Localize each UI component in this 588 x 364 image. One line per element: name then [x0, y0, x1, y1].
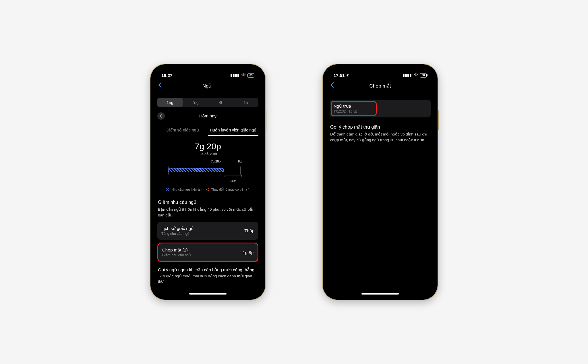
page-title: Chợp mắt: [370, 83, 391, 89]
status-bar: 17:51 ▮▮▮▮ 60: [326, 67, 435, 80]
chart-current-label: 7g 20p: [211, 160, 221, 163]
legend-hatch-icon: [166, 188, 169, 191]
nav-bar: Chợp mắt: [326, 80, 435, 93]
signal-icon: ▮▮▮▮: [403, 73, 412, 78]
screen-nap: 17:51 ▮▮▮▮ 60 Chợp mắt: [326, 67, 435, 297]
more-button[interactable]: ⋮: [252, 82, 258, 89]
time-range-segments: 1ng 7ng 4t 1n: [157, 98, 258, 107]
section-body-reduce: Bạn cần ngủ ít hơn khoảng 40 phút so với…: [156, 207, 260, 222]
status-indicators: ▮▮▮▮ 60: [403, 73, 427, 78]
suggested-label: Đã đề xuất: [156, 152, 260, 156]
nav-bar: Ngủ ⋮: [153, 80, 262, 93]
phone-right: 17:51 ▮▮▮▮ 60 Chợp mắt: [323, 64, 438, 300]
phone-left: 16:27 ▮▮▮▮ 63 Ngủ ⋮ 1ng: [150, 64, 265, 300]
section-title-reduce: Giảm nhu cầu ngủ: [156, 197, 260, 207]
battery-icon: 63: [247, 73, 254, 78]
chart-delta-label: -40p: [230, 179, 236, 183]
home-indicator[interactable]: [361, 293, 399, 295]
status-time: 16:27: [161, 73, 172, 78]
suggested-sleep: 7g 20p Đã đề xuất: [156, 142, 260, 156]
nap-title: Ngủ trưa: [334, 104, 427, 109]
day-selector: Hôm nay: [157, 111, 258, 123]
back-button[interactable]: [330, 82, 334, 90]
card-title: Lịch sử giấc ngủ: [161, 226, 194, 231]
card-value: 1g 8p: [243, 250, 254, 255]
segment-7day[interactable]: 7ng: [183, 98, 208, 107]
status-time: 17:51: [334, 73, 345, 78]
sleep-tabs: Điểm số giấc ngủ Huấn luyện viên giấc ng…: [156, 124, 260, 136]
nap-entry[interactable]: Ngủ trưa @12:32 · 1g 8p: [330, 100, 431, 117]
location-icon: [346, 73, 349, 78]
segment-1day[interactable]: 1ng: [157, 98, 183, 107]
home-indicator[interactable]: [189, 293, 227, 295]
previous-day-button[interactable]: [157, 112, 165, 120]
card-subtitle: Giảm nhu cầu ngủ: [162, 253, 191, 257]
wifi-icon: [413, 73, 418, 78]
tip-body: Tạo giấc ngủ thoải mái hơn bằng cách dàn…: [156, 274, 260, 284]
chart-current-bar: [168, 168, 224, 172]
card-nap[interactable]: Chợp mắt (1) Giảm nhu cầu ngủ 1g 8p: [157, 243, 258, 262]
card-sleep-history[interactable]: Lịch sử giấc ngủ Tăng nhu cầu ngủ Thấp: [157, 222, 258, 240]
segment-4week[interactable]: 4t: [208, 98, 233, 107]
status-bar: 16:27 ▮▮▮▮ 63: [153, 67, 262, 80]
nap-tip-title: Gợi ý chợp mắt thư giãn: [328, 121, 432, 131]
card-title: Chợp mắt (1): [162, 247, 191, 253]
segment-1year[interactable]: 1n: [233, 98, 258, 107]
nap-subtitle: @12:32 · 1g 8p: [334, 109, 427, 113]
sleep-need-chart: 7g 20p 8g -40p: [168, 164, 248, 184]
tab-sleep-coach[interactable]: Huấn luyện viên giấc ngủ: [208, 128, 258, 136]
tab-sleep-score[interactable]: Điểm số giấc ngủ: [157, 128, 208, 136]
signal-icon: ▮▮▮▮: [230, 73, 239, 78]
status-indicators: ▮▮▮▮ 63: [230, 73, 254, 78]
tip-title: Gợi ý ngủ ngon khi cần cân bằng mức căng…: [156, 265, 260, 274]
legend-change: Thay đổi từ mức cơ bản (-): [211, 188, 249, 191]
wifi-icon: [241, 73, 246, 78]
page-title: Ngủ: [202, 83, 212, 89]
screen-sleep: 16:27 ▮▮▮▮ 63 Ngủ ⋮ 1ng: [153, 67, 262, 297]
day-label: Hôm nay: [199, 113, 216, 118]
legend-circle-icon: [206, 188, 209, 191]
chart-legend: Nhu cầu ngủ hiện tại Thay đổi từ mức cơ …: [156, 188, 260, 191]
chart-delta-pill: [225, 175, 242, 177]
back-button[interactable]: [158, 82, 162, 90]
card-subtitle: Tăng nhu cầu ngủ: [161, 232, 194, 236]
nap-tip-body: Để tránh cảm giác lờ đờ, mệt mỏi hoặc vô…: [328, 131, 432, 147]
chart-target-label: 8g: [238, 160, 241, 163]
legend-current: Nhu cầu ngủ hiện tại: [171, 188, 201, 191]
battery-icon: 60: [420, 73, 427, 78]
card-value: Thấp: [244, 228, 254, 233]
suggested-value: 7g 20p: [156, 142, 260, 151]
